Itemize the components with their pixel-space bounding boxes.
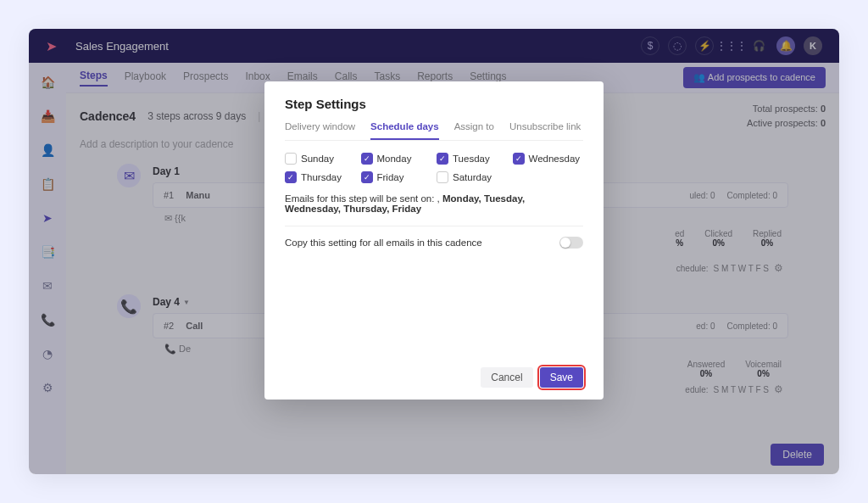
day-monday[interactable]: Monday	[361, 153, 432, 165]
day-wednesday[interactable]: Wednesday	[513, 153, 584, 165]
days-grid: Sunday Monday Tuesday Wednesday Thursday…	[285, 153, 583, 183]
cancel-button[interactable]: Cancel	[481, 367, 532, 388]
mtab-unsub[interactable]: Unsubscribe link	[509, 121, 581, 140]
modal-tabs: Delivery window Schedule days Assign to …	[285, 121, 583, 141]
modal-overlay: Step Settings Delivery window Schedule d…	[29, 29, 839, 474]
day-thursday[interactable]: Thursday	[285, 171, 356, 183]
copy-label: Copy this setting for all emails in this…	[285, 238, 482, 248]
mtab-delivery[interactable]: Delivery window	[285, 121, 355, 140]
app-frame: ➤ Sales Engagement $ ◌ ⚡ ⋮⋮⋮ 🎧 🔔 K 🏠 📥 👤…	[29, 29, 839, 474]
copy-setting-row: Copy this setting for all emails in this…	[285, 237, 583, 249]
mtab-schedule[interactable]: Schedule days	[370, 121, 439, 140]
step-settings-modal: Step Settings Delivery window Schedule d…	[264, 81, 604, 400]
day-tuesday[interactable]: Tuesday	[437, 153, 508, 165]
copy-toggle[interactable]	[559, 237, 583, 249]
mtab-assign[interactable]: Assign to	[454, 121, 494, 140]
modal-title: Step Settings	[285, 97, 583, 111]
save-button[interactable]: Save	[540, 367, 583, 388]
modal-footer: Cancel Save	[285, 367, 583, 388]
sent-note: Emails for this step will be sent on: , …	[285, 193, 583, 214]
day-saturday[interactable]: Saturday	[437, 171, 508, 183]
day-sunday[interactable]: Sunday	[285, 153, 356, 165]
day-friday[interactable]: Friday	[361, 171, 432, 183]
